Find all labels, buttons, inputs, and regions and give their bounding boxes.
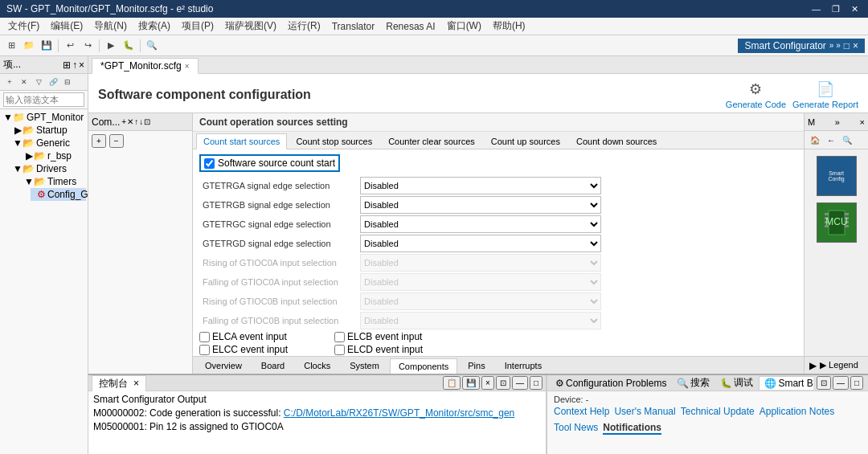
output-copy-btn[interactable]: 📋 bbox=[443, 376, 461, 390]
nav-technical-update[interactable]: Technical Update bbox=[681, 406, 755, 417]
tab-components[interactable]: Components bbox=[390, 358, 457, 374]
sc-panel-m[interactable]: M bbox=[808, 117, 815, 127]
legend-bar[interactable]: ▶ ▶ Legend bbox=[805, 356, 868, 374]
sc-home-btn[interactable]: 🏠 bbox=[808, 133, 822, 147]
menu-translator[interactable]: Translator bbox=[327, 19, 380, 34]
menu-run[interactable]: 运行(R) bbox=[283, 18, 326, 35]
tab-config-problems[interactable]: ⚙ Configuration Problems bbox=[551, 377, 671, 390]
tab-board[interactable]: Board bbox=[252, 358, 293, 374]
toolbar-redo[interactable]: ↪ bbox=[80, 38, 96, 54]
proj-collapse-btn[interactable]: ⊟ bbox=[61, 76, 74, 88]
toolbar-run[interactable]: ▶ bbox=[103, 38, 119, 54]
tab-close-icon[interactable]: × bbox=[185, 62, 190, 71]
collapse-icon[interactable]: ↑ bbox=[72, 59, 77, 71]
elcd-checkbox[interactable] bbox=[334, 345, 345, 355]
console-close-icon[interactable]: × bbox=[133, 378, 139, 389]
proj-new-btn[interactable]: + bbox=[3, 76, 16, 88]
output-clear-btn[interactable]: × bbox=[481, 376, 494, 390]
editor-tab-gpt-monitor[interactable]: *GPT_Monitor.scfg × bbox=[92, 58, 199, 74]
output-scroll-btn[interactable]: ⊡ bbox=[496, 376, 510, 390]
tab-pins[interactable]: Pins bbox=[459, 358, 493, 374]
sidebar-del-icon[interactable]: ✕ bbox=[127, 117, 133, 126]
sub-tab-start[interactable]: Count start sources bbox=[196, 133, 287, 149]
smart-config-m[interactable]: □ bbox=[844, 40, 850, 51]
output-path-link[interactable]: C:/D/MotorLab/RX26T/SW/GPT_Monitor/src/s… bbox=[284, 407, 514, 419]
tab-clocks[interactable]: Clocks bbox=[295, 358, 339, 374]
minimize-btn[interactable]: — bbox=[809, 4, 824, 14]
tab-debug[interactable]: 🐛 调试 bbox=[715, 375, 758, 391]
menu-nav[interactable]: 导航(N) bbox=[89, 18, 132, 35]
tab-smart-browser[interactable]: 🌐 Smart Browser × bbox=[759, 376, 813, 390]
menu-help[interactable]: 帮助(H) bbox=[488, 18, 530, 35]
tree-item-root[interactable]: ▼ 📁 GPT_Monitor bbox=[2, 111, 86, 124]
sidebar-up-icon[interactable]: ↑ bbox=[134, 117, 138, 126]
menu-renesas-ai[interactable]: Renesas AI bbox=[381, 19, 440, 34]
tree-item-config-gpt[interactable]: ⚙ Config_GPT... bbox=[31, 188, 86, 201]
console-tab[interactable]: 控制台 × bbox=[92, 375, 146, 391]
tree-item-timers[interactable]: ▼ 📂 Timers bbox=[21, 175, 86, 188]
br-btn1[interactable]: ⊡ bbox=[817, 376, 831, 390]
nav-context-help[interactable]: Context Help bbox=[554, 406, 609, 417]
tab-system[interactable]: System bbox=[341, 358, 388, 374]
sc-panel-close[interactable]: × bbox=[860, 117, 865, 127]
toolbar-save[interactable]: 💾 bbox=[39, 38, 55, 54]
nav-tool-news[interactable]: Tool News bbox=[554, 422, 598, 435]
output-save-btn[interactable]: 💾 bbox=[462, 376, 480, 390]
br-btn2[interactable]: — bbox=[833, 376, 849, 390]
toolbar-search[interactable]: 🔍 bbox=[144, 38, 160, 54]
sidebar-add-icon[interactable]: + bbox=[121, 117, 126, 126]
proj-filter-btn[interactable]: ▽ bbox=[32, 76, 45, 88]
select-gtetrgd[interactable]: Disabled bbox=[360, 235, 601, 252]
sub-tab-stop[interactable]: Count stop sources bbox=[289, 133, 379, 149]
tab-overview[interactable]: Overview bbox=[196, 358, 251, 374]
elca-checkbox[interactable] bbox=[199, 332, 210, 342]
sidebar-down-icon[interactable]: ↓ bbox=[139, 117, 143, 126]
output-maximize-btn[interactable]: □ bbox=[530, 376, 542, 390]
menu-file[interactable]: 文件(F) bbox=[3, 18, 44, 35]
close-panel-icon[interactable]: × bbox=[79, 59, 84, 71]
elcb-checkbox[interactable] bbox=[334, 332, 345, 342]
toolbar-new[interactable]: ⊞ bbox=[3, 38, 19, 54]
nav-notifications[interactable]: Notifications bbox=[603, 422, 661, 435]
proj-delete-btn[interactable]: ✕ bbox=[18, 76, 31, 88]
tree-item-generic[interactable]: ▼ 📂 Generic bbox=[11, 137, 86, 149]
select-gtetrgb[interactable]: Disabled bbox=[360, 196, 601, 214]
sidebar-arrow-icon[interactable]: ⊡ bbox=[144, 117, 150, 126]
output-minimize-btn[interactable]: — bbox=[512, 376, 528, 390]
sub-tab-down[interactable]: Count down sources bbox=[569, 133, 664, 149]
menu-search[interactable]: 搜索(A) bbox=[133, 18, 175, 35]
remove-component-btn[interactable]: − bbox=[109, 134, 124, 148]
menu-edit[interactable]: 编辑(E) bbox=[46, 18, 88, 35]
generate-report-button[interactable]: Generate Report bbox=[792, 100, 858, 109]
proj-link-btn[interactable]: 🔗 bbox=[47, 76, 59, 88]
tree-item-rbsp[interactable]: ▶ 📂 r_bsp bbox=[21, 149, 86, 162]
tab-interrupts[interactable]: Interrupts bbox=[496, 358, 551, 374]
sub-tab-up[interactable]: Count up sources bbox=[484, 133, 567, 149]
generate-code-button[interactable]: Generate Code bbox=[726, 100, 786, 109]
menu-window[interactable]: 窗口(W) bbox=[442, 18, 486, 35]
maximize-btn[interactable]: ❐ bbox=[829, 4, 843, 14]
smart-config-x[interactable]: × bbox=[853, 40, 858, 51]
tab-search[interactable]: 🔍 搜索 bbox=[672, 375, 714, 391]
select-gtetrgc[interactable]: Disabled bbox=[360, 215, 601, 233]
sub-tab-clear[interactable]: Counter clear sources bbox=[381, 133, 482, 149]
software-source-checkbox[interactable] bbox=[204, 158, 215, 169]
add-component-btn[interactable]: + bbox=[92, 134, 106, 148]
toolbar-open[interactable]: 📁 bbox=[21, 38, 37, 54]
filter-icon[interactable]: ⊞ bbox=[63, 59, 71, 71]
close-btn[interactable]: ✕ bbox=[848, 4, 862, 14]
project-filter-input[interactable] bbox=[3, 92, 84, 107]
toolbar-undo[interactable]: ↩ bbox=[62, 38, 78, 54]
sc-back-btn[interactable]: ← bbox=[824, 133, 838, 147]
toolbar-debug[interactable]: 🐛 bbox=[121, 38, 137, 54]
elcc-checkbox[interactable] bbox=[199, 345, 210, 355]
tree-item-drivers[interactable]: ▼ 📂 Drivers bbox=[11, 162, 86, 175]
nav-application-notes[interactable]: Application Notes bbox=[760, 406, 834, 417]
menu-renesas-view[interactable]: 瑞萨视图(V) bbox=[220, 18, 281, 35]
select-gtetrga[interactable]: Disabled bbox=[360, 177, 601, 194]
menu-project[interactable]: 项目(P) bbox=[177, 18, 219, 35]
tree-item-startup[interactable]: ▶ 📂 Startup bbox=[11, 124, 86, 137]
br-btn3[interactable]: □ bbox=[850, 376, 863, 390]
nav-user-manual[interactable]: User's Manual bbox=[614, 406, 675, 417]
sc-search-btn[interactable]: 🔍 bbox=[840, 133, 854, 147]
